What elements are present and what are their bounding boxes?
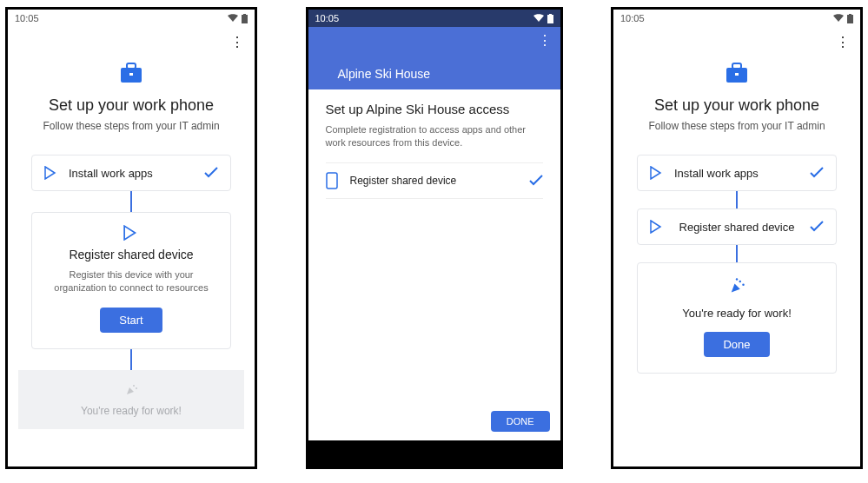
step-title: Register shared device (46, 248, 216, 261)
ready-text: You're ready for work! (650, 307, 824, 320)
briefcase-icon (725, 62, 749, 84)
step-install-apps[interactable]: Install work apps (31, 155, 231, 191)
step-ready-disabled: You're ready for work! (18, 370, 244, 429)
battery-icon (242, 14, 248, 23)
step-description: Register this device with your organizat… (46, 268, 216, 295)
step-install-apps[interactable]: Install work apps (637, 155, 837, 191)
svg-rect-9 (327, 173, 337, 189)
status-bar: 10:05 (308, 10, 560, 27)
check-icon (204, 167, 218, 179)
check-icon (810, 167, 824, 179)
battery-icon (547, 14, 553, 23)
button-row: DONE (308, 404, 560, 440)
confetti-icon (124, 382, 138, 396)
svg-rect-8 (549, 14, 552, 15)
status-icons (228, 14, 248, 23)
svg-rect-0 (242, 15, 248, 23)
connector-line (130, 349, 132, 370)
step-label: Install work apps (69, 167, 194, 180)
wifi-icon (533, 14, 544, 23)
done-button[interactable]: DONE (491, 411, 550, 432)
connector-line (736, 191, 738, 208)
page-title: Set up Alpine Ski House access (326, 102, 543, 116)
overflow-menu-icon[interactable]: ⋮ (836, 34, 850, 50)
svg-rect-14 (735, 73, 739, 76)
svg-point-17 (736, 278, 739, 281)
overflow-menu-icon[interactable]: ⋮ (538, 32, 552, 49)
page-title: Set up your work phone (654, 96, 819, 115)
connector-line (736, 245, 738, 262)
done-button[interactable]: Done (704, 332, 769, 357)
status-icons (533, 14, 553, 23)
svg-point-16 (742, 284, 745, 287)
page-subtitle: Follow these steps from your IT admin (43, 120, 219, 132)
wifi-icon (833, 14, 844, 23)
clock: 10:05 (315, 13, 340, 23)
svg-rect-10 (847, 15, 853, 23)
step-register-device: Register shared device Register this dev… (31, 212, 231, 349)
check-icon (529, 175, 543, 187)
overflow-menu-icon[interactable]: ⋮ (230, 34, 244, 50)
page-subtitle: Follow these steps from your IT admin (648, 120, 825, 132)
status-bar: 10:05 (8, 10, 255, 27)
app-bar: ⋮ Alpine Ski House (308, 27, 560, 89)
step-register-row[interactable]: Register shared device (326, 162, 543, 199)
clock: 10:05 (620, 13, 645, 23)
phone-screen-3: 10:05 ⋮ Set up your work phone Follow th… (611, 7, 863, 469)
confetti-icon (728, 277, 745, 294)
svg-rect-3 (127, 63, 136, 69)
phone-icon (326, 172, 338, 189)
step-ready: You're ready for work! Done (637, 262, 837, 374)
play-store-icon (44, 166, 58, 180)
step-register-device[interactable]: Register shared device (637, 208, 837, 245)
connector-line (130, 191, 132, 212)
page-subtitle: Complete registration to access apps and… (326, 123, 543, 150)
svg-rect-4 (129, 73, 133, 76)
play-store-icon (650, 220, 664, 234)
nav-bar (308, 440, 560, 466)
phone-screen-1: 10:05 ⋮ Set up your work phone Follow th… (5, 7, 257, 469)
briefcase-icon (119, 62, 143, 84)
row-label: Register shared device (350, 175, 517, 187)
step-label: Register shared device (674, 221, 799, 234)
svg-point-5 (133, 385, 135, 387)
start-button[interactable]: Start (100, 308, 162, 333)
play-store-icon (123, 225, 139, 241)
clock: 10:05 (15, 13, 39, 23)
svg-rect-1 (243, 14, 246, 15)
svg-point-6 (136, 387, 137, 389)
svg-rect-11 (849, 14, 851, 15)
check-icon (810, 221, 824, 233)
wifi-icon (228, 14, 238, 23)
status-bar: 10:05 (613, 10, 860, 27)
ready-text: You're ready for work! (27, 405, 235, 417)
svg-rect-7 (547, 15, 553, 23)
page-title: Set up your work phone (49, 96, 214, 115)
content-area: Set up Alpine Ski House access Complete … (308, 89, 560, 211)
play-store-icon (650, 166, 664, 180)
svg-rect-13 (732, 63, 741, 69)
step-label: Install work apps (674, 167, 799, 180)
status-icons (833, 14, 853, 23)
svg-point-15 (739, 281, 742, 283)
battery-icon (847, 14, 853, 23)
phone-screen-2: 10:05 ⋮ Alpine Ski House Set up Alpine S… (306, 7, 563, 469)
app-bar-title: Alpine Ski House (308, 67, 560, 89)
